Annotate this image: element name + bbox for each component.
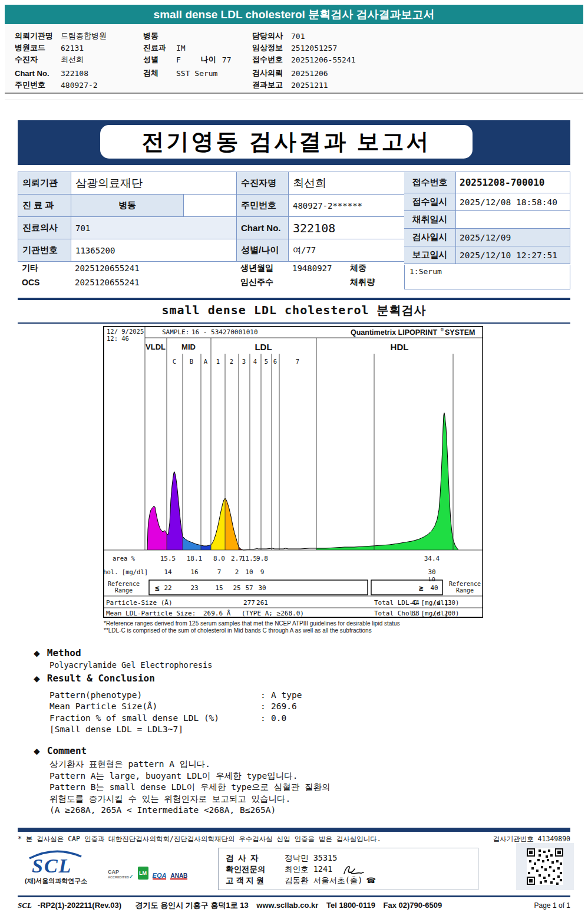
lm-logo: LM <box>138 867 148 880</box>
cell-label: 성별/나이 <box>237 239 289 262</box>
patient-info-block: 의뢰기관명드림종합병원 병원코드62131 수진자최선희 Chart No.32… <box>5 24 583 94</box>
chol-value: 14 <box>164 568 172 576</box>
chart-border <box>104 327 483 618</box>
field-label: 나이 <box>201 54 216 65</box>
cell-label: 의뢰기관 <box>18 172 71 195</box>
field-value: F <box>176 55 181 64</box>
title-banner-box: 전기영동 검사결과 보고서 <box>100 125 473 159</box>
staff-label: 확인전문의 <box>226 864 285 875</box>
mid-b-area <box>183 536 201 550</box>
rule-line <box>18 828 570 832</box>
result-heading: Result & Conclusion <box>47 673 155 684</box>
cell-value: 11365200 <box>71 239 237 262</box>
cell-sublabel: 체중 <box>350 263 366 274</box>
cell-label: 수진자명 <box>237 172 289 195</box>
field-value: IM <box>176 44 186 52</box>
cell-label: 임신주수 <box>236 275 288 289</box>
info-row: 담당의사701 <box>252 30 356 42</box>
colon: : <box>260 702 271 711</box>
lipoprint-chart: 12/ 9/2025 12: 46 SAMPLE: 16 - 534270001… <box>103 326 483 620</box>
band-vldl: VLDL <box>146 343 166 351</box>
field-label: 성별 <box>143 54 176 65</box>
phone-icon: ☎ <box>366 876 375 885</box>
result-row: Pattern(phenotype):A type <box>49 689 302 701</box>
info-row: 수진자최선희 <box>15 54 107 65</box>
comment-body: 상기환자 표현형은 pattern A 입니다. Pattern A는 larg… <box>49 759 331 816</box>
field-label: 수진자 <box>15 54 61 65</box>
field-value: 77 <box>222 55 232 64</box>
staff-value: 정낙민 35315 <box>285 853 337 864</box>
cell-label: 보고일시 <box>404 246 456 264</box>
low-flag: LO <box>428 576 435 582</box>
chol-value: 9 <box>260 568 265 576</box>
footer-website: www.scllab.co.kr <box>256 901 318 910</box>
lab-number-value: 41349890 <box>538 835 570 843</box>
field-label: 병동 <box>143 31 176 41</box>
info-row: 접수번호20251206-55241 <box>252 54 356 65</box>
chol-value: 16 <box>190 568 198 576</box>
sub-ldl-2: 2 <box>230 358 233 365</box>
order-table-left: 의뢰기관 삼광의료재단 수진자명 최선희 진 료 과 병동 주민번호 48092… <box>18 172 405 262</box>
cell-label: 접수일시 <box>404 193 456 211</box>
cell-label: 채취일시 <box>404 211 456 229</box>
chart-footnotes: *Reference ranges derived from 125 serum… <box>104 620 400 634</box>
ge-symbol: ≥ <box>419 584 424 592</box>
ref-value: 15 <box>215 584 223 592</box>
scl-logo: SCL <box>25 849 86 878</box>
area-value: 18.1 <box>187 555 203 562</box>
order-info-table: 의뢰기관 삼광의료재단 수진자명 최선희 진 료 과 병동 주민번호 48092… <box>18 172 570 289</box>
cell-value: 2025120655241 <box>75 264 140 273</box>
ref-value: 23 <box>190 584 198 592</box>
staff-value: 김동환 서울서초(출) <box>285 875 362 886</box>
info-row: 병동 <box>143 30 231 42</box>
chol-value: 2 <box>235 568 239 576</box>
signature-icon <box>341 863 365 876</box>
sub-ldl-6: 6 <box>273 358 277 365</box>
sub-mid-a: A <box>204 358 208 365</box>
cell-label: 검사일시 <box>404 229 456 246</box>
scan-curve-outline <box>147 413 458 550</box>
report-title: small dense LDL cholesterol 분획검사 검사결과보고서 <box>154 7 435 22</box>
lab-report-page: small dense LDL cholesterol 분획검사 검사결과보고서… <box>0 0 588 922</box>
colon: : <box>260 713 271 723</box>
lab-number-label: 검사기관번호 <box>493 835 534 843</box>
info-row: 병원코드62131 <box>15 42 107 54</box>
cell-label: 진료의사 <box>18 217 71 239</box>
info-row: 진료과IM <box>143 42 231 54</box>
cell-value: 20251208-700010 <box>456 172 570 193</box>
field-value: 최선희 <box>61 54 84 65</box>
comment-line: Pattern B는 small dense LDL이 우세한 type으로 심… <box>49 782 331 793</box>
comment-line: (A ≥268A, 265A < Intermediate <268A, B≤2… <box>49 805 331 816</box>
comment-line: 상기환자 표현형은 pattern A 입니다. <box>49 759 331 770</box>
patient-info-col2: 병동 진료과IM 성별F나이77 검체SST Serum <box>143 30 231 79</box>
total-ldl-value: 44 <box>411 599 419 607</box>
staff-value: 최인호 1241 <box>285 864 332 875</box>
result-label: Fraction % of small dense LDL (%) <box>49 713 260 723</box>
cell-label: 기타 <box>18 261 71 275</box>
ref-range-label-right: Range <box>456 587 474 594</box>
field-label: 결과보고 <box>252 80 291 90</box>
cell-label: 생년월일 <box>236 261 288 275</box>
rule-line <box>18 322 570 324</box>
total-chol-value: 88 <box>411 610 419 617</box>
sub-mid-b: B <box>190 358 193 365</box>
field-label: 의뢰기관명 <box>15 31 61 41</box>
info-row: 임상정보2512051257 <box>252 42 356 54</box>
lab-number: 검사기관번호 41349890 <box>493 835 570 844</box>
staff-box: 검 사 자 정낙민 35315 확인전문의 최인호 1241 고 객 지 원 김… <box>218 848 478 890</box>
cell-value: 701 <box>71 217 237 239</box>
field-value: SST Serum <box>176 69 217 78</box>
cell-value <box>456 211 570 229</box>
result-label: Pattern(phenotype) <box>49 690 260 700</box>
info-row: 결과보고20251211 <box>252 79 356 91</box>
cell-value: 2025120655241 <box>75 278 140 287</box>
field-value: 322108 <box>61 69 88 78</box>
field-label: 병원코드 <box>15 42 61 53</box>
lipoprint-svg: 12/ 9/2025 12: 46 SAMPLE: 16 - 534270001… <box>103 326 483 618</box>
cell-value: 삼광의료재단 <box>71 172 237 195</box>
cell-value: 최선희 <box>289 172 405 195</box>
mid-c-area <box>167 472 183 550</box>
cell-label: 진 료 과 <box>18 195 71 217</box>
ldl2-area <box>225 498 239 550</box>
result-rows: Pattern(phenotype):A type Mean Particle … <box>49 689 302 735</box>
